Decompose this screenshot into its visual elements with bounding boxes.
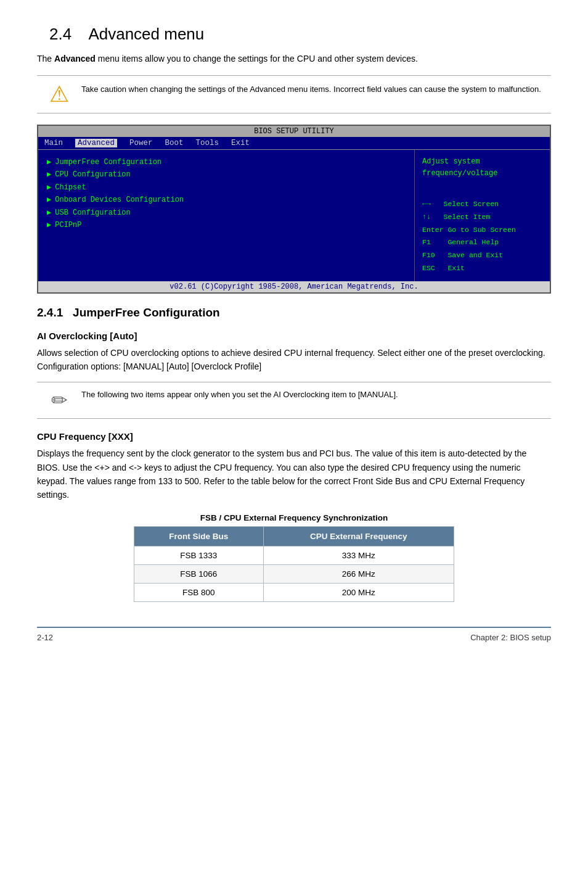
- bios-menu-advanced: Advanced: [75, 139, 117, 147]
- footer-page-number: 2-12: [37, 633, 53, 642]
- cpu-freq-value: 333 MHz: [263, 546, 454, 564]
- cpu-freq-value: 200 MHz: [263, 583, 454, 601]
- table-header-row: Front Side Bus CPU External Frequency: [134, 526, 454, 546]
- table-row: FSB 800200 MHz: [134, 583, 454, 601]
- intro-paragraph: The Advanced menu items allow you to cha…: [37, 52, 551, 65]
- fsb-table-title: FSB / CPU External Frequency Synchroniza…: [134, 513, 454, 522]
- page-footer: 2-12 Chapter 2: BIOS setup: [37, 627, 551, 642]
- fsb-value: FSB 800: [134, 583, 264, 601]
- bios-item-onboard: ▶ Onboard Devices Configuration: [47, 194, 406, 206]
- col-front-side-bus: Front Side Bus: [134, 526, 264, 546]
- fsb-value: FSB 1333: [134, 546, 264, 564]
- bios-item-cpu-config: ▶ CPU Configuration: [47, 168, 406, 181]
- warning-icon: ⚠: [47, 83, 71, 105]
- ai-overclocking-body1: Allows selection of CPU overclocking opt…: [37, 346, 551, 374]
- bios-menubar: Main Advanced Power Boot Tools Exit: [38, 137, 550, 150]
- bios-item-jumperfree: ▶ JumperFree Configuration: [47, 156, 406, 168]
- bios-topbar: BIOS SETUP UTILITY: [38, 126, 550, 137]
- note-text-manual: The following two items appear only when…: [81, 389, 398, 401]
- bios-menu-items: ▶ JumperFree Configuration ▶ CPU Configu…: [38, 150, 414, 281]
- note-box-manual: ✏ The following two items appear only wh…: [37, 382, 551, 419]
- footer-chapter: Chapter 2: BIOS setup: [470, 633, 551, 642]
- bios-menu-boot: Boot: [165, 139, 184, 147]
- cpu-frequency-body: Displays the frequency sent by the clock…: [37, 447, 551, 502]
- fsb-table: Front Side Bus CPU External Frequency FS…: [134, 526, 454, 602]
- table-row: FSB 1066266 MHz: [134, 564, 454, 583]
- cpu-frequency-heading: CPU Frequency [XXX]: [37, 431, 551, 442]
- bios-menu-main: Main: [44, 139, 63, 147]
- bios-help-text: Adjust system frequency/voltage: [422, 156, 542, 179]
- ai-overclocking-heading: AI Overclocking [Auto]: [37, 331, 551, 341]
- col-cpu-external-freq: CPU External Frequency: [263, 526, 454, 546]
- bios-footer: v02.61 (C)Copyright 1985-2008, American …: [38, 281, 550, 292]
- bios-key-help: ←→ Select Screen ↑↓ Select Item Enter Go…: [422, 198, 542, 274]
- bios-item-usb: ▶ USB Configuration: [47, 207, 406, 219]
- bios-menu-exit: Exit: [231, 139, 250, 147]
- bios-help-panel: Adjust system frequency/voltage ←→ Selec…: [414, 150, 550, 281]
- subsection-241-title: 2.4.1 JumperFree Configuration: [37, 306, 551, 320]
- fsb-value: FSB 1066: [134, 564, 264, 583]
- bios-body: ▶ JumperFree Configuration ▶ CPU Configu…: [38, 150, 550, 281]
- warning-text: Take caution when changing the settings …: [81, 83, 541, 96]
- bios-menu-power: Power: [129, 139, 153, 147]
- fsb-table-container: FSB / CPU External Frequency Synchroniza…: [134, 513, 454, 602]
- cpu-freq-value: 266 MHz: [263, 564, 454, 583]
- section-title: 2.4 Advanced menu: [37, 25, 551, 44]
- bios-menu-tools: Tools: [196, 139, 219, 147]
- warning-box: ⚠ Take caution when changing the setting…: [37, 75, 551, 113]
- bios-screenshot: BIOS SETUP UTILITY Main Advanced Power B…: [37, 125, 551, 294]
- bios-item-chipset: ▶ Chipset: [47, 181, 406, 194]
- pencil-icon: ✏: [47, 389, 71, 412]
- table-row: FSB 1333333 MHz: [134, 546, 454, 564]
- bios-item-pci: ▶ PCIPnP: [47, 219, 406, 231]
